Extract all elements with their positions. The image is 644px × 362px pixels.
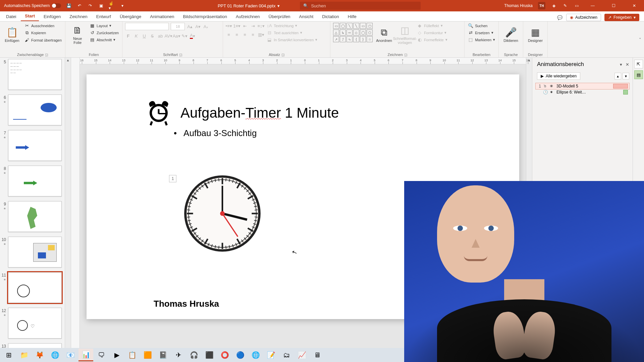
reset-button[interactable]: ↺Zurücksetzen bbox=[89, 30, 119, 36]
redo-icon[interactable]: ↷ bbox=[87, 3, 93, 9]
animpane-options-icon[interactable]: ▾ bbox=[620, 62, 622, 67]
side-tab-popout-icon[interactable]: ⇱ bbox=[634, 60, 643, 68]
shapes-gallery[interactable]: ▭◯╲╲▭▢ △↳⇨◇◯⬠ ↗⤴∿{}☆ bbox=[333, 23, 373, 42]
shrink-font-icon[interactable]: A▾ bbox=[195, 23, 201, 29]
tab-entwurf[interactable]: Entwurf bbox=[92, 12, 115, 21]
change-case-icon[interactable]: Aa▾ bbox=[173, 33, 179, 39]
play-all-button[interactable]: ▶Alle wiedergeben bbox=[537, 72, 580, 80]
columns-icon[interactable]: ▥▾ bbox=[258, 32, 264, 38]
shape-fill-button[interactable]: ◆Fülleffekt ▾ bbox=[416, 23, 448, 28]
quick-styles-button[interactable]: ◫Schnellformat- vorlagen bbox=[395, 23, 414, 48]
line-spacing-icon[interactable]: ≡↕▾ bbox=[258, 23, 264, 29]
select-button[interactable]: ⬚Markieren ▾ bbox=[467, 37, 496, 43]
anim-item[interactable]: 🕒✶Ellipse 6: Weit… bbox=[536, 89, 629, 95]
font-launcher-icon[interactable]: ◲ bbox=[179, 53, 182, 57]
maximize-button[interactable]: ☐ bbox=[606, 0, 621, 11]
font-size-combo[interactable]: 18 bbox=[171, 23, 185, 30]
autosave-toggle[interactable]: Automatisches Speichern bbox=[4, 3, 61, 8]
tab-datei[interactable]: Datei bbox=[2, 12, 20, 21]
align-right-icon[interactable]: ≡ bbox=[242, 32, 248, 38]
font-color-icon[interactable]: A▾ bbox=[190, 33, 196, 39]
move-up-button[interactable]: ▲ bbox=[614, 73, 621, 79]
tab-bildschirmpräsentation[interactable]: Bildschirmpräsentation bbox=[179, 12, 231, 21]
char-spacing-icon[interactable]: AV▾ bbox=[165, 33, 171, 39]
tab-start[interactable]: Start bbox=[21, 11, 39, 21]
drawing-launcher-icon[interactable]: ◲ bbox=[404, 53, 407, 57]
indent-inc-icon[interactable]: ⇥ bbox=[250, 23, 256, 29]
layout-button[interactable]: ▦Layout ▾ bbox=[89, 23, 119, 28]
taskbar-app-9[interactable]: 🟧 bbox=[140, 349, 155, 361]
slide-thumb-6[interactable] bbox=[8, 95, 62, 125]
taskbar-app-17[interactable]: 📝 bbox=[264, 349, 278, 361]
tab-animationen[interactable]: Animationen bbox=[146, 12, 178, 21]
search-box[interactable]: 🔍 Suchen bbox=[300, 2, 421, 10]
taskbar-app-7[interactable]: ▶ bbox=[109, 349, 124, 361]
qat-customize-icon[interactable]: ▾ bbox=[119, 3, 125, 9]
new-slide-button[interactable]: 🗎 Neue Folie bbox=[68, 23, 87, 48]
underline-icon[interactable]: U bbox=[141, 33, 147, 39]
taskbar-app-6[interactable]: 🗨 bbox=[94, 349, 109, 361]
window-options-icon[interactable]: ▭ bbox=[574, 3, 580, 9]
slide-bullet-1[interactable]: Aufbau 3-Schichtig bbox=[174, 128, 257, 138]
record-button[interactable]: ◉ Aufzeichnen bbox=[566, 14, 601, 21]
taskbar-app-10[interactable]: 📓 bbox=[156, 349, 170, 361]
taskbar-app-11[interactable]: ✈ bbox=[171, 349, 186, 361]
numbering-icon[interactable]: 1≡▾ bbox=[234, 23, 240, 29]
section-button[interactable]: ▤Abschnitt ▾ bbox=[89, 37, 119, 43]
close-button[interactable]: ✕ bbox=[627, 0, 642, 11]
clock-3d-model[interactable] bbox=[184, 175, 261, 252]
font-family-combo[interactable] bbox=[125, 23, 169, 30]
grow-font-icon[interactable]: A▴ bbox=[187, 23, 193, 29]
paste-button[interactable]: 📋 Einfügen bbox=[3, 23, 21, 48]
strike-icon[interactable]: S̶ bbox=[149, 33, 155, 39]
tab-einfügen[interactable]: Einfügen bbox=[40, 12, 65, 21]
indent-dec-icon[interactable]: ⇤ bbox=[242, 23, 248, 29]
collapse-ribbon-icon[interactable]: ˅ bbox=[639, 37, 641, 42]
slide-thumb-12[interactable]: ♡ bbox=[8, 308, 62, 339]
anim-item[interactable]: 1🖱✳3D-Modell 5 bbox=[536, 83, 629, 89]
cut-button[interactable]: ✂Ausschneiden bbox=[23, 23, 62, 28]
align-center-icon[interactable]: ≡ bbox=[234, 32, 240, 38]
user-avatar[interactable]: TH bbox=[538, 2, 545, 9]
slide-thumb-5[interactable]: — — — —— — —— — — —— — bbox=[8, 59, 62, 90]
shadow-icon[interactable]: ab bbox=[157, 33, 163, 39]
taskbar-app-13[interactable]: ⬛ bbox=[202, 349, 217, 361]
share-button[interactable]: ↗ Freigeben ▾ bbox=[604, 14, 639, 21]
document-title[interactable]: PPT 01 Roter Faden 004.pptx ▾ bbox=[218, 3, 280, 8]
dictate-button[interactable]: 🎤Diktieren bbox=[501, 23, 520, 48]
taskbar-app-4[interactable]: 📧 bbox=[63, 349, 78, 361]
paragraph-launcher-icon[interactable]: ◲ bbox=[281, 53, 284, 57]
tab-überprüfen[interactable]: Überprüfen bbox=[265, 12, 294, 21]
slide-author[interactable]: Thomas Hruska bbox=[154, 299, 219, 309]
diamond-icon[interactable]: ◈ bbox=[551, 3, 557, 9]
smartart-button[interactable]: ⬓In SmartArt konvertieren ▾ bbox=[266, 37, 318, 43]
format-painter-button[interactable]: 🖌Format übertragen bbox=[23, 37, 62, 43]
bold-icon[interactable]: F bbox=[125, 33, 131, 39]
taskbar-app-16[interactable]: 🌐 bbox=[248, 349, 263, 361]
align-left-icon[interactable]: ≡ bbox=[226, 32, 232, 38]
italic-icon[interactable]: K bbox=[133, 33, 139, 39]
find-button[interactable]: 🔍Suchen bbox=[467, 23, 496, 28]
align-text-button[interactable]: ⊟Text ausrichten ▾ bbox=[266, 30, 318, 36]
text-direction-button[interactable]: ↕ATextrichtung ▾ bbox=[266, 23, 318, 28]
move-down-button[interactable]: ▼ bbox=[623, 73, 629, 79]
minimize-button[interactable]: — bbox=[585, 0, 600, 11]
taskbar-app-12[interactable]: 🎧 bbox=[186, 349, 201, 361]
tab-dictation[interactable]: Dictation bbox=[318, 12, 343, 21]
slide-thumb-9[interactable] bbox=[8, 201, 62, 232]
tab-ansicht[interactable]: Ansicht bbox=[295, 12, 318, 21]
slide-thumb-11[interactable] bbox=[8, 272, 62, 303]
slide-thumb-7[interactable] bbox=[8, 130, 62, 161]
animation-order-tag[interactable]: 1 bbox=[169, 175, 176, 182]
shape-outline-button[interactable]: ◇Formkontur ▾ bbox=[416, 30, 448, 36]
copy-button[interactable]: ⧉Kopieren bbox=[23, 30, 62, 36]
taskbar-app-5[interactable]: 📊 bbox=[78, 349, 93, 361]
taskbar-app-8[interactable]: 📋 bbox=[125, 349, 140, 361]
thumb-scrollbar[interactable]: ▲▼ bbox=[65, 58, 71, 354]
taskbar-app-18[interactable]: 🗂 bbox=[279, 349, 294, 361]
slide-thumb-8[interactable] bbox=[8, 166, 62, 196]
taskbar-app-2[interactable]: 🦊 bbox=[32, 349, 47, 361]
arrange-button[interactable]: ⧉Anordnen bbox=[375, 23, 393, 48]
tab-zeichnen[interactable]: Zeichnen bbox=[65, 12, 91, 21]
taskbar-app-14[interactable]: ⭕ bbox=[217, 349, 232, 361]
